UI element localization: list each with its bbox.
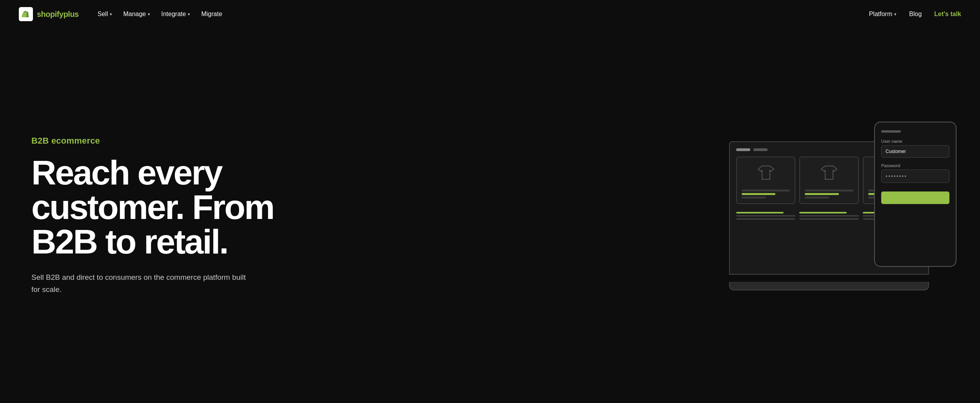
product-card bbox=[736, 157, 795, 204]
product-line-short bbox=[742, 197, 766, 199]
bar-dot bbox=[753, 148, 768, 151]
chevron-down-icon: ▾ bbox=[110, 12, 112, 17]
login-button[interactable] bbox=[881, 191, 949, 204]
product-card bbox=[799, 157, 858, 204]
hero-eyebrow: B2B ecommerce bbox=[31, 136, 298, 146]
phone-bar bbox=[881, 130, 901, 133]
username-label: User name bbox=[881, 139, 949, 144]
product-line-short bbox=[805, 197, 829, 199]
nav-blog[interactable]: Blog bbox=[909, 11, 922, 18]
tshirt-icon bbox=[817, 162, 841, 186]
footer-line bbox=[799, 215, 858, 217]
product-line bbox=[805, 190, 853, 191]
footer-line-yellow bbox=[799, 212, 847, 213]
laptop-base bbox=[729, 282, 929, 290]
hero-section: B2B ecommerce Reach every customer. From… bbox=[0, 28, 980, 403]
password-input[interactable]: •••••••• bbox=[881, 170, 949, 183]
password-label: Password bbox=[881, 163, 949, 168]
navbar: shopifyplus Sell ▾ Manage ▾ Integrate ▾ … bbox=[0, 0, 980, 28]
footer-line bbox=[736, 215, 795, 217]
nav-lets-talk[interactable]: Let's talk bbox=[934, 11, 961, 18]
product-line-highlight bbox=[742, 193, 775, 195]
product-lines bbox=[805, 190, 853, 199]
product-line bbox=[742, 190, 790, 191]
tshirt-icon bbox=[754, 162, 778, 186]
nav-integrate[interactable]: Integrate ▾ bbox=[156, 7, 195, 21]
nav-migrate[interactable]: Migrate bbox=[196, 7, 227, 21]
hero-subtext: Sell B2B and direct to consumers on the … bbox=[31, 272, 251, 295]
product-lines bbox=[742, 190, 790, 199]
nav-links: Sell ▾ Manage ▾ Integrate ▾ Migrate bbox=[93, 7, 227, 21]
nav-sell[interactable]: Sell ▾ bbox=[93, 7, 117, 21]
nav-left: shopifyplus Sell ▾ Manage ▾ Integrate ▾ … bbox=[19, 7, 227, 21]
username-input[interactable]: Customer bbox=[881, 145, 949, 158]
chevron-down-icon: ▾ bbox=[188, 12, 190, 17]
hero-content: B2B ecommerce Reach every customer. From… bbox=[31, 136, 298, 295]
nav-platform[interactable]: Platform ▾ bbox=[869, 11, 897, 18]
footer-line bbox=[799, 218, 858, 220]
logo-text: shopifyplus bbox=[37, 10, 79, 19]
phone-header bbox=[881, 130, 949, 133]
footer-block bbox=[736, 212, 795, 220]
hero-visual: User name Customer Password •••••••• bbox=[298, 114, 949, 318]
phone-mockup: User name Customer Password •••••••• bbox=[874, 122, 956, 267]
product-line-highlight bbox=[805, 193, 838, 195]
nav-manage[interactable]: Manage ▾ bbox=[118, 7, 155, 21]
footer-block bbox=[799, 212, 858, 220]
footer-line-yellow bbox=[736, 212, 784, 213]
shopify-bag-icon bbox=[19, 7, 33, 21]
logo[interactable]: shopifyplus bbox=[19, 7, 79, 21]
hero-heading: Reach every customer. From B2B to retail… bbox=[31, 155, 298, 259]
footer-line bbox=[736, 218, 795, 220]
chevron-down-icon: ▾ bbox=[894, 12, 897, 17]
nav-right: Platform ▾ Blog Let's talk bbox=[869, 11, 961, 18]
bar-dot bbox=[736, 148, 750, 151]
chevron-down-icon: ▾ bbox=[148, 12, 150, 17]
